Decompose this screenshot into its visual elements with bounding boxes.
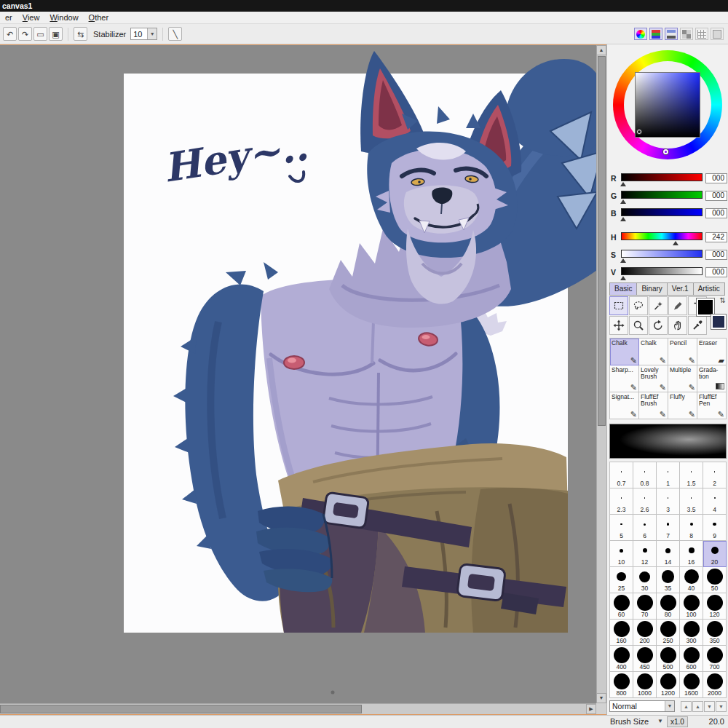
select-none-button[interactable]: ▭ [33, 27, 47, 41]
select-invert-button[interactable]: ▣ [49, 27, 63, 41]
slider-bar-r[interactable] [621, 173, 703, 181]
brush-size-2.6[interactable]: 2.6 [633, 488, 657, 515]
menu-item-view[interactable]: View [17, 12, 45, 23]
brush-size-40[interactable]: 40 [680, 567, 703, 593]
brush-chalk[interactable]: Chalk✎ [610, 339, 639, 365]
horizontal-scrollbar[interactable]: ▶ [0, 703, 596, 714]
slider-bar-s[interactable] [621, 250, 703, 258]
slider-value-r[interactable]: 000 [705, 173, 727, 183]
brush-scale-button[interactable]: x1.0 [667, 716, 688, 727]
secondary-color-swatch[interactable] [711, 314, 727, 330]
brush-size-80[interactable]: 80 [657, 593, 680, 620]
custom-palette-panel-icon[interactable] [695, 28, 708, 40]
swatches-panel-icon[interactable] [680, 28, 693, 40]
brush-size-450[interactable]: 450 [633, 646, 657, 672]
hue-ring[interactable] [613, 50, 722, 159]
zoom-tool-button[interactable] [629, 316, 648, 335]
stabilizer-value-box[interactable]: 10 ▼ [130, 28, 157, 40]
layer-bottom-button[interactable]: ▼ [716, 701, 727, 712]
vertical-scroll-thumb[interactable] [598, 56, 606, 426]
brush-size-70[interactable]: 70 [633, 593, 657, 620]
brush-size-7[interactable]: 7 [657, 515, 680, 541]
brush-size-350[interactable]: 350 [703, 620, 727, 646]
artwork-canvas[interactable]: Hey~.. [0, 45, 596, 705]
saturation-value-square[interactable] [635, 72, 700, 138]
stabilizer-dropdown-icon[interactable]: ▼ [147, 28, 157, 39]
titlebar[interactable]: canvas1 [0, 0, 728, 12]
menu-item-other[interactable]: Other [84, 12, 114, 23]
brush-size-600[interactable]: 600 [680, 646, 703, 672]
brush-size-2[interactable]: 2 [703, 462, 727, 488]
brush-size-3[interactable]: 3 [657, 488, 680, 515]
swap-colors-icon[interactable]: ⇅ [720, 296, 726, 304]
slider-bar-g[interactable] [621, 191, 703, 199]
flip-view-button[interactable]: ⇆ [74, 27, 87, 41]
brush-size-6[interactable]: 6 [633, 515, 657, 541]
blend-mode-select[interactable]: Normal ▼ [609, 700, 675, 712]
tab-basic[interactable]: Basic [609, 282, 636, 296]
blend-dropdown-icon[interactable]: ▼ [665, 701, 674, 711]
brush-size-1600[interactable]: 1600 [680, 672, 703, 698]
color-wheel-panel-icon[interactable] [634, 28, 647, 40]
brush-signat[interactable]: Signat...✎ [610, 392, 639, 419]
tab-ver1[interactable]: Ver.1 [667, 282, 693, 296]
brush-size-10[interactable]: 10 [610, 541, 633, 567]
rotate-tool-button[interactable] [649, 316, 668, 335]
slider-value-s[interactable]: 000 [705, 250, 727, 260]
brush-size-300[interactable]: 300 [680, 620, 703, 646]
slider-value-g[interactable]: 000 [705, 191, 727, 201]
brush-size-200[interactable]: 200 [633, 620, 657, 646]
brush-size-8[interactable]: 8 [680, 515, 703, 541]
brush-size-160[interactable]: 160 [610, 620, 633, 646]
brush-size-1000[interactable]: 1000 [633, 672, 657, 698]
brush-size-500[interactable]: 500 [657, 646, 680, 672]
mixer-panel-icon[interactable] [665, 28, 678, 40]
brush-size-30[interactable]: 30 [633, 567, 657, 593]
tab-artistic[interactable]: Artistic [693, 282, 725, 296]
brush-eraser[interactable]: Eraser▰ [697, 339, 727, 365]
hand-tool-button[interactable] [668, 316, 687, 335]
brush-size-0.7[interactable]: 0.7 [610, 462, 633, 488]
scroll-up-button[interactable]: ▲ [596, 45, 606, 55]
slider-value-h[interactable]: 242 [705, 232, 727, 242]
scroll-right-button[interactable]: ▶ [586, 704, 596, 714]
brush-fluffefpen[interactable]: FluffEf Pen✎ [697, 392, 727, 419]
brush-size-1.5[interactable]: 1.5 [680, 462, 703, 488]
brush-size-16[interactable]: 16 [680, 541, 703, 567]
magic-wand-tool-button[interactable] [649, 296, 668, 315]
brush-size-800[interactable]: 800 [610, 672, 633, 698]
brush-size-dropdown-icon[interactable]: ▼ [657, 718, 663, 724]
horizontal-scroll-thumb[interactable] [0, 705, 362, 713]
brush-size-25[interactable]: 25 [610, 567, 633, 593]
canvas-area[interactable]: Hey~.. [0, 44, 606, 715]
brush-size-9[interactable]: 9 [703, 515, 727, 541]
move-tool-button[interactable] [609, 316, 628, 335]
brush-size-0.8[interactable]: 0.8 [633, 462, 657, 488]
brush-size-50[interactable]: 50 [703, 567, 727, 593]
slider-bar-h[interactable] [621, 232, 703, 240]
menu-item-window[interactable]: Window [44, 12, 83, 23]
brush-chalk[interactable]: Chalk✎ [639, 339, 668, 365]
tab-binary[interactable]: Binary [636, 282, 666, 296]
line-tool-button[interactable]: ╲ [168, 27, 182, 41]
brush-pencil[interactable]: Pencil✎ [668, 339, 697, 365]
brush-size-400[interactable]: 400 [610, 646, 633, 672]
slider-bar-b[interactable] [621, 208, 703, 216]
menu-item-er[interactable]: er [0, 12, 17, 23]
brush-size-35[interactable]: 35 [657, 567, 680, 593]
brush-size-60[interactable]: 60 [610, 593, 633, 620]
color-wheel[interactable] [613, 50, 722, 159]
redo-button[interactable]: ↷ [18, 27, 32, 41]
scratchpad-panel-icon[interactable] [711, 28, 724, 40]
brush-size-14[interactable]: 14 [657, 541, 680, 567]
brush-size-4[interactable]: 4 [703, 488, 727, 515]
brush-size-5[interactable]: 5 [610, 515, 633, 541]
brush-gradation[interactable]: Grada-tion [697, 365, 727, 392]
brush-multiple[interactable]: Multiple✎ [668, 365, 697, 392]
brush-size-250[interactable]: 250 [657, 620, 680, 646]
brush-fluffefbrush[interactable]: FluffEf Brush✎ [639, 392, 668, 419]
brush-lovelybrush[interactable]: Lovely Brush✎ [639, 365, 668, 392]
brush-size-2000[interactable]: 2000 [703, 672, 727, 698]
undo-button[interactable]: ↶ [3, 27, 17, 41]
select-pen-tool-button[interactable] [668, 296, 687, 315]
